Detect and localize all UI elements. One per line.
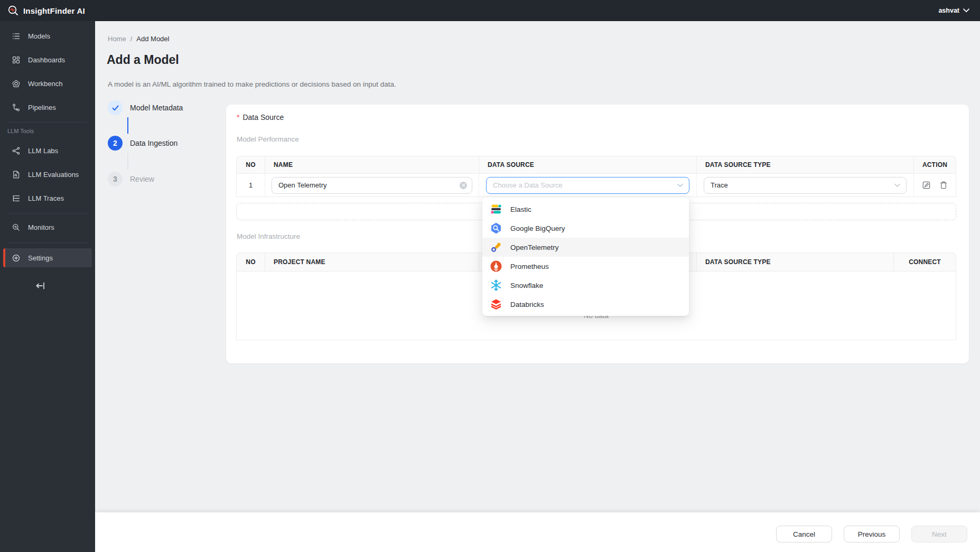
sidebar-collapse-button[interactable] — [33, 279, 48, 292]
footer-action-bar: Cancel Previous Next — [95, 512, 980, 552]
delete-row-icon[interactable] — [939, 181, 948, 190]
sidebar-item-llm-evaluations[interactable]: LLM Evaluations — [0, 164, 95, 185]
step-connector — [127, 117, 128, 134]
data-source-field-label: *Data Source — [237, 113, 284, 121]
databricks-icon — [490, 298, 502, 311]
col-header-connect: CONNECT — [893, 253, 956, 271]
step-connector — [127, 153, 128, 170]
monitors-icon — [12, 223, 21, 232]
dropdown-option-label: Prometheus — [510, 263, 549, 270]
data-source-cell: Choose a Data Source — [479, 174, 696, 197]
table-row: 1 Choose a Data Source — [236, 174, 956, 197]
step-review[interactable]: 3 Review — [108, 172, 154, 186]
step-label: Model Metadata — [130, 104, 183, 112]
dropdown-option-google-bigquery[interactable]: Google BigQuery — [482, 219, 689, 238]
required-asterisk: * — [237, 113, 239, 121]
dropdown-option-label: Elastic — [510, 205, 531, 213]
data-source-type-select[interactable]: Trace — [704, 177, 907, 194]
sidebar-divider — [7, 122, 88, 123]
llm-traces-tree-icon — [12, 194, 21, 203]
llm-labs-share-icon — [12, 146, 21, 155]
dropdown-option-snowflake[interactable]: Snowflake — [482, 276, 689, 295]
sidebar-item-label: LLM Evaluations — [28, 171, 79, 179]
settings-plus-circle-icon — [12, 254, 21, 263]
step-label: Data Ingestion — [130, 139, 178, 147]
opentelemetry-icon — [490, 241, 502, 254]
check-icon — [112, 105, 119, 111]
insightfinder-logo-icon — [7, 5, 19, 16]
dashboards-grid-icon — [12, 55, 21, 64]
sidebar-item-label: LLM Traces — [28, 194, 64, 202]
sidebar-item-monitors[interactable]: Monitors — [0, 217, 95, 238]
data-source-label-text: Data Source — [242, 113, 284, 121]
sidebar-item-models[interactable]: Models — [0, 25, 95, 46]
top-bar: InsightFinder AI ashvat — [0, 0, 980, 21]
user-menu[interactable]: ashvat — [938, 7, 969, 14]
clear-input-icon[interactable] — [460, 182, 467, 189]
data-source-type-cell: Trace — [696, 174, 913, 197]
sidebar-item-settings[interactable]: Settings — [3, 248, 92, 267]
model-performance-label: Model Performance — [237, 135, 299, 143]
brand: InsightFinder AI — [7, 5, 85, 16]
sidebar-item-label: Workbench — [28, 80, 63, 88]
sidebar-item-llm-labs[interactable]: LLM Labs — [0, 140, 95, 161]
name-cell — [265, 174, 479, 197]
chevron-down-icon — [963, 8, 969, 13]
step-active-circle: 2 — [108, 136, 123, 151]
dropdown-option-label: Google BigQuery — [510, 224, 565, 232]
col-header-data-source: DATA SOURCE — [479, 156, 696, 173]
elastic-icon — [490, 203, 502, 216]
data-source-select[interactable]: Choose a Data Source — [486, 177, 689, 194]
row-number-cell: 1 — [237, 174, 265, 197]
sidebar-divider — [7, 242, 88, 243]
next-button[interactable]: Next — [911, 526, 967, 542]
google-bigquery-icon — [490, 222, 502, 235]
snowflake-icon — [490, 279, 502, 292]
edit-row-icon[interactable] — [922, 181, 931, 190]
name-input[interactable] — [272, 177, 472, 194]
sidebar-item-label: Monitors — [28, 223, 54, 231]
col-header-name: NAME — [265, 156, 479, 173]
breadcrumb-separator: / — [130, 35, 133, 43]
dropdown-option-databricks[interactable]: Databricks — [482, 295, 689, 314]
dropdown-option-prometheus[interactable]: Prometheus — [482, 257, 689, 276]
step-data-ingestion[interactable]: 2 Data Ingestion — [108, 136, 178, 151]
breadcrumb: Home / Add Model — [108, 35, 169, 43]
dropdown-option-elastic[interactable]: Elastic — [482, 200, 689, 219]
sidebar-item-dashboards[interactable]: Dashboards — [0, 49, 95, 70]
sidebar-item-label: LLM Labs — [28, 147, 58, 155]
sidebar-divider — [7, 213, 88, 214]
step-label: Review — [130, 175, 154, 183]
step-pending-circle: 3 — [108, 172, 123, 186]
brand-name: InsightFinder AI — [23, 6, 85, 15]
dropdown-option-label: Databricks — [510, 301, 544, 308]
previous-button[interactable]: Previous — [844, 526, 900, 542]
username: ashvat — [938, 7, 959, 14]
col-header-data-source-type: DATA SOURCE TYPE — [696, 156, 913, 173]
step-model-metadata[interactable]: Model Metadata — [108, 100, 183, 115]
pipelines-branch-icon — [12, 103, 21, 112]
page-title: Add a Model — [107, 53, 179, 67]
col-header-project-name: PROJECT NAME — [265, 253, 479, 271]
sidebar-item-pipelines[interactable]: Pipelines — [0, 97, 95, 118]
sidebar: Models Dashboards Workbench Pipelines LL… — [0, 21, 95, 552]
action-cell — [913, 174, 956, 197]
step-done-circle — [108, 100, 123, 115]
col-header-data-source-type: DATA SOURCE TYPE — [696, 253, 893, 271]
cancel-button[interactable]: Cancel — [776, 526, 832, 542]
sidebar-item-workbench[interactable]: Workbench — [0, 73, 95, 94]
dropdown-option-label: Snowflake — [510, 282, 543, 289]
breadcrumb-home-link[interactable]: Home — [108, 35, 126, 43]
chevron-down-icon — [677, 183, 683, 187]
sidebar-item-label: Pipelines — [28, 104, 56, 111]
sidebar-section-llm-tools: LLM Tools — [7, 128, 34, 134]
col-header-no: NO — [237, 253, 265, 271]
models-list-icon — [12, 32, 21, 41]
llm-evaluations-file-icon — [12, 170, 21, 179]
model-infrastructure-label: Model Infrastructure — [237, 232, 300, 240]
col-header-action: ACTION — [913, 156, 956, 173]
page-description: A model is an AI/ML algorithm trained to… — [108, 80, 396, 88]
dropdown-option-opentelemetry[interactable]: OpenTelemetry — [482, 238, 689, 257]
sidebar-item-llm-traces[interactable]: LLM Traces — [0, 188, 95, 209]
table-header-row: NO NAME DATA SOURCE DATA SOURCE TYPE ACT… — [236, 156, 956, 174]
